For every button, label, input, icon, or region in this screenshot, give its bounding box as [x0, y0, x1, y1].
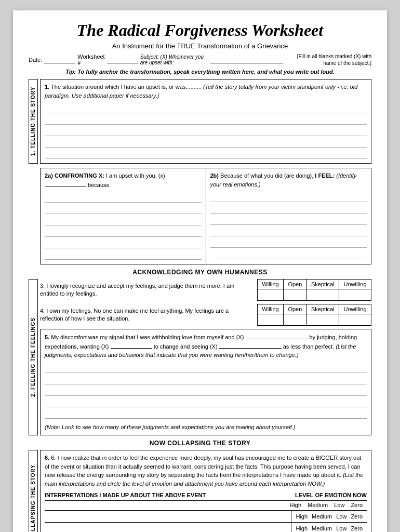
- worksheet-field[interactable]: [107, 56, 138, 63]
- section-1-wrapper: 1. TELLING THE STORY 1. The situation ar…: [29, 79, 371, 164]
- q2b-line-2[interactable]: [210, 203, 367, 214]
- interp-left-2[interactable]: [45, 523, 291, 532]
- subject-label: Subject: (X) Whomever you are upset with…: [140, 54, 209, 65]
- q2b-text: 2b) Because of what you did (are doing),…: [210, 171, 367, 189]
- q5-field3[interactable]: [219, 342, 282, 349]
- ir2-zero: Zero: [351, 525, 363, 531]
- q3-col-skeptical: Skeptical: [306, 280, 339, 289]
- section-1-content: 1. The situation around which I have an …: [40, 79, 371, 164]
- q3-text: 3. I lovingly recognize and accept my fe…: [40, 282, 252, 298]
- q2b-line-1[interactable]: [210, 192, 367, 202]
- ir1-low: Low: [336, 513, 346, 520]
- q6-number: 6.: [45, 455, 49, 461]
- q5-text4: as less than perfect.: [283, 343, 336, 350]
- q5-text3: to change and seeing (X): [154, 343, 218, 350]
- q2a-line-2[interactable]: [45, 204, 202, 214]
- q5-text: 5. My discomfort was my signal that I wa…: [45, 332, 367, 360]
- q2b-feel-bold: I FEEL:: [315, 172, 335, 179]
- q2b-bold: 2b): [210, 172, 219, 179]
- q5-section: 5. My discomfort was my signal that I wa…: [40, 329, 371, 435]
- q5-line-3[interactable]: [45, 385, 367, 396]
- q4-col-unwilling: Unwilling: [339, 304, 371, 314]
- q3-col-willing: Willing: [258, 280, 284, 289]
- subject-field[interactable]: [210, 56, 283, 63]
- q2b-line-6[interactable]: [210, 249, 367, 259]
- page-title: The Radical Forgiveness Worksheet: [29, 21, 371, 40]
- collapsing-content: 6. 6. I now realize that in order to fee…: [40, 450, 371, 532]
- q2b-line-4[interactable]: [210, 226, 367, 236]
- q3-cell-open[interactable]: [284, 289, 307, 301]
- q2a-line-6[interactable]: [45, 249, 202, 260]
- level-high: High: [289, 502, 301, 508]
- section-3-label: 3. COLLAPSING THE STORY: [29, 450, 38, 532]
- q4-cell-unwilling[interactable]: [339, 314, 371, 326]
- feelings-content: 3. I lovingly recognize and accept my fe…: [40, 279, 371, 435]
- q5-line-1[interactable]: [45, 363, 367, 373]
- q4-col-willing: Willing: [258, 304, 284, 314]
- q2b-main: Because of what you did (are doing),: [219, 172, 315, 179]
- q5-line-2[interactable]: [45, 374, 367, 384]
- text-line-4[interactable]: [45, 137, 367, 148]
- text-line-1[interactable]: [45, 103, 367, 113]
- page-subtitle: An Instrument for the TRUE Transformatio…: [29, 42, 371, 50]
- q4-row: 4. I own my feelings. No one can make me…: [40, 304, 371, 326]
- q1-number: 1.: [45, 84, 49, 90]
- q2a-lines: [45, 192, 202, 260]
- q2a-bold: 2a) CONFRONTING X:: [45, 172, 104, 179]
- q5-text1: My discomfort was my signal that I was w…: [51, 334, 244, 340]
- section-header-feelings: ACKNOWLEDGING MY OWN HUMANNESS: [29, 269, 371, 276]
- q5-lines: [45, 363, 367, 419]
- date-field[interactable]: [44, 56, 75, 63]
- q2a-line-3[interactable]: [45, 215, 202, 225]
- q4-cell-skeptical[interactable]: [306, 314, 339, 326]
- interp-left-1[interactable]: [45, 511, 291, 522]
- worksheet-page: The Radical Forgiveness Worksheet An Ins…: [13, 10, 387, 532]
- fill-note: [Fill in all blanks marked (X) with name…: [285, 53, 371, 66]
- q3-cell-unwilling[interactable]: [339, 289, 371, 301]
- level-low: Low: [334, 502, 344, 508]
- q1-main: The situation around which I have an ups…: [49, 84, 203, 90]
- interp-row-2: High Medium Low Zero: [45, 522, 367, 532]
- q5-line-5[interactable]: [45, 408, 367, 419]
- q2a-line-1[interactable]: [45, 192, 202, 203]
- col-2a: 2a) CONFRONTING X: I am upset with you, …: [41, 168, 206, 264]
- text-line-3[interactable]: [45, 126, 367, 136]
- q2a-line-5[interactable]: [45, 238, 202, 248]
- q4-cell-open[interactable]: [284, 314, 307, 326]
- tip-line: Tip: To fully anchor the transformation,…: [29, 69, 371, 75]
- section-feelings-label: 2. FEELING THE FEELINGS: [29, 279, 38, 435]
- q5-field2[interactable]: [111, 342, 152, 349]
- q5-note: (Note: Look to see how many of these jud…: [45, 423, 367, 432]
- q2a-text: 2a) CONFRONTING X: I am upset with you, …: [45, 171, 202, 189]
- q5-line-4[interactable]: [45, 397, 367, 407]
- text-line-2[interactable]: [45, 114, 367, 125]
- two-col-container: 2a) CONFRONTING X: I am upset with you, …: [40, 168, 371, 264]
- q2a-x-field[interactable]: [45, 180, 86, 187]
- q2a-main: I am upset with you, (x): [104, 172, 165, 179]
- interp-row-1: High Medium Low Zero: [45, 510, 367, 522]
- ir1-zero: Zero: [351, 513, 363, 520]
- level-zero: Zero: [351, 502, 363, 508]
- section-3-wrapper: 3. COLLAPSING THE STORY 6. 6. I now real…: [29, 450, 371, 532]
- q4-col-open: Open: [284, 304, 307, 314]
- q3-cell-willing[interactable]: [258, 289, 284, 301]
- q2a-because: because: [86, 182, 110, 188]
- level-options-header: High Medium Low Zero: [45, 500, 367, 509]
- q2b-line-3[interactable]: [210, 215, 367, 225]
- q4-cell-willing[interactable]: [258, 314, 284, 326]
- q5-field1[interactable]: [245, 332, 308, 339]
- q4-text: 4. I own my feelings. No one can make me…: [40, 307, 252, 323]
- interp-right-2: High Medium Low Zero: [291, 524, 367, 532]
- q3-col-unwilling: Unwilling: [339, 280, 371, 289]
- text-line-5[interactable]: [45, 149, 367, 159]
- q2b-line-5[interactable]: [210, 237, 367, 248]
- interp-right-header: LEVEL OF EMOTION NOW: [295, 492, 367, 498]
- ir1-high: High: [296, 513, 308, 520]
- q4-choice-table: Willing Open Skeptical Unwilling: [257, 304, 371, 326]
- ir2-medium: Medium: [312, 525, 332, 531]
- interp-right-1: High Medium Low Zero: [291, 512, 367, 521]
- q3-choice-table: Willing Open Skeptical Unwilling: [257, 279, 371, 301]
- q6-text: 6. 6. I now realize that in order to fee…: [45, 454, 367, 488]
- q2a-line-4[interactable]: [45, 227, 202, 237]
- q3-cell-skeptical[interactable]: [306, 289, 339, 301]
